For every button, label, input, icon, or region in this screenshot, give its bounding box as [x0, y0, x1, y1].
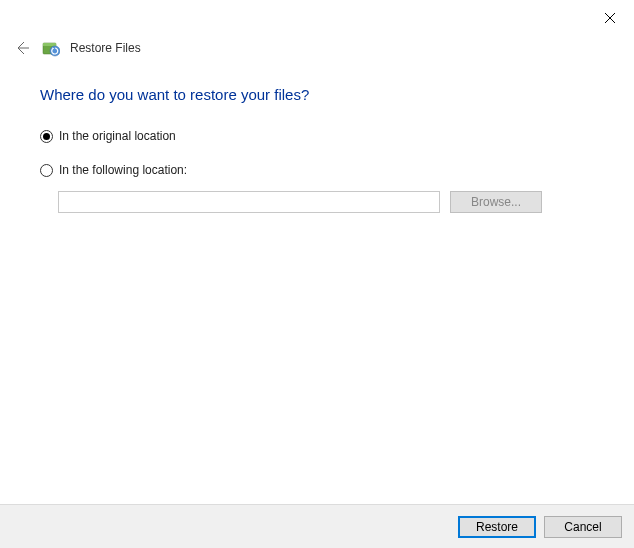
- radio-original-location[interactable]: In the original location: [40, 129, 594, 143]
- back-arrow-icon: [14, 40, 30, 56]
- restore-files-icon: [42, 39, 60, 57]
- radio-following-location[interactable]: In the following location:: [40, 163, 594, 177]
- close-button[interactable]: [600, 8, 620, 28]
- path-row: Browse...: [58, 191, 594, 213]
- browse-button[interactable]: Browse...: [450, 191, 542, 213]
- footer: Restore Cancel: [0, 504, 634, 548]
- path-input[interactable]: [58, 191, 440, 213]
- back-button[interactable]: [12, 38, 32, 58]
- radio-label-following: In the following location:: [59, 163, 187, 177]
- restore-button[interactable]: Restore: [458, 516, 536, 538]
- cancel-button[interactable]: Cancel: [544, 516, 622, 538]
- page-heading: Where do you want to restore your files?: [40, 86, 594, 103]
- close-icon: [604, 12, 616, 24]
- content-area: Where do you want to restore your files?…: [40, 86, 594, 213]
- window-title: Restore Files: [70, 41, 141, 55]
- svg-rect-4: [43, 43, 56, 46]
- header: Restore Files: [12, 38, 141, 58]
- radio-label-original: In the original location: [59, 129, 176, 143]
- radio-icon: [40, 130, 53, 143]
- radio-icon: [40, 164, 53, 177]
